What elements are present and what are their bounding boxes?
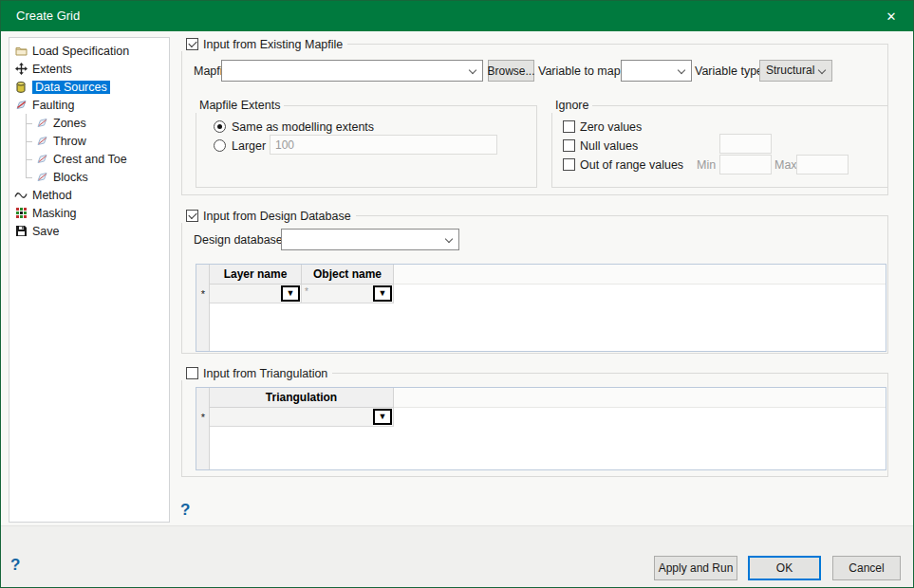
larger-by-input[interactable]: [270, 135, 497, 155]
cancel-button[interactable]: Cancel: [832, 556, 901, 580]
same-as-modelling-extents-radio[interactable]: [214, 120, 226, 133]
wave-icon: [14, 189, 28, 202]
null-values-checkbox[interactable]: [563, 139, 575, 152]
null-replacement-input[interactable]: [719, 134, 772, 154]
dropdown-triangle-icon: ▼: [379, 289, 387, 298]
triangulation-section-title: Input from Triangulation: [203, 367, 327, 380]
folder-icon: [14, 45, 28, 58]
header-filler: [394, 265, 886, 285]
mapfile-section-title: Input from Existing Mapfile: [203, 38, 343, 51]
sidebar-item-label: Crest and Toe: [53, 153, 127, 166]
sidebar-item-extents[interactable]: Extents: [9, 60, 169, 78]
sidebar-item-label: Blocks: [53, 171, 88, 184]
fault-icon: [35, 171, 48, 184]
larger-by-radio[interactable]: [214, 139, 226, 152]
same-as-modelling-extents-label: Same as modelling extents: [232, 119, 374, 135]
close-icon[interactable]: ✕: [869, 1, 913, 31]
mapfile-group-header: Input from Existing Mapfile: [181, 37, 347, 51]
grid-icon: [14, 207, 28, 220]
sidebar-tree: Load Specification Extents Data Sources …: [9, 37, 170, 523]
design-database-section-title: Input from Design Database: [203, 210, 351, 223]
faulting-children: Zones Throw Crest and Toe Blocks: [9, 114, 169, 186]
dropdown-triangle-icon: ▼: [287, 289, 295, 298]
variable-type-label: Variable type: [695, 64, 763, 79]
fault-icon: [35, 135, 48, 148]
sidebar-item-method[interactable]: Method: [9, 186, 169, 204]
sidebar-item-zones[interactable]: Zones: [9, 114, 169, 132]
triangulation-table: Triangulation * ▼: [196, 387, 886, 470]
triangulation-section-checkbox[interactable]: [186, 367, 198, 379]
mapfile-combobox[interactable]: [221, 60, 483, 82]
sidebar-item-label: Faulting: [32, 99, 74, 112]
max-label: Max: [774, 157, 797, 173]
variable-to-map-label: Variable to map: [538, 64, 621, 79]
mapfile-section-checkbox[interactable]: [186, 38, 198, 50]
sidebar-item-label: Data Sources: [32, 81, 110, 94]
chevron-down-icon: [818, 66, 826, 74]
move-icon: [14, 63, 28, 76]
layer-name-dropdown-button[interactable]: ▼: [281, 285, 300, 302]
variable-type-value: Structural: [766, 64, 814, 77]
design-database-combobox[interactable]: [281, 229, 459, 250]
chevron-down-icon: [445, 235, 453, 243]
mapfile-extents-title: Mapfile Extents: [196, 99, 284, 113]
null-values-label: Null values: [580, 138, 638, 154]
design-database-label: Design database: [194, 232, 283, 248]
min-label: Min: [697, 157, 716, 173]
fault-icon: [14, 99, 28, 112]
zero-values-checkbox[interactable]: [563, 120, 575, 133]
sidebar-item-load-specification[interactable]: Load Specification: [9, 42, 169, 60]
triangulation-dropdown-button[interactable]: ▼: [373, 409, 392, 425]
create-grid-dialog: Create Grid ✕ Load Specification Extents…: [0, 0, 914, 588]
out-of-range-values-checkbox[interactable]: [563, 158, 575, 171]
sidebar-item-blocks[interactable]: Blocks: [9, 168, 169, 186]
browse-button[interactable]: Browse...: [488, 60, 534, 82]
sidebar-item-label: Throw: [53, 135, 86, 148]
design-database-table: Layer name Object name * ▼ * ▼: [196, 264, 886, 352]
triangulation-group-header: Input from Triangulation: [181, 366, 332, 380]
window-title: Create Grid: [16, 1, 80, 31]
database-icon: [14, 81, 28, 94]
sidebar-item-label: Method: [32, 189, 72, 202]
object-name-cell[interactable]: * ▼: [302, 285, 394, 303]
layer-name-column-header: Layer name: [210, 265, 302, 285]
sidebar-item-label: Masking: [32, 207, 77, 220]
min-input[interactable]: [719, 155, 772, 175]
out-of-range-values-label: Out of range values: [580, 157, 683, 173]
object-name-cell-value: *: [305, 286, 308, 297]
new-row-marker: *: [196, 285, 210, 303]
sidebar-item-label: Extents: [32, 63, 72, 76]
object-name-dropdown-button[interactable]: ▼: [373, 285, 392, 302]
fault-icon: [35, 117, 48, 130]
chevron-down-icon: [469, 66, 476, 74]
variable-to-map-combobox[interactable]: [621, 60, 692, 82]
sidebar-item-throw[interactable]: Throw: [9, 132, 169, 150]
sidebar-item-crest-and-toe[interactable]: Crest and Toe: [9, 150, 169, 168]
sidebar-item-data-sources[interactable]: Data Sources: [9, 78, 169, 96]
variable-type-combobox[interactable]: Structural: [759, 60, 832, 82]
ignore-title: Ignore: [551, 99, 592, 113]
dropdown-triangle-icon: ▼: [379, 413, 387, 421]
object-name-column-header: Object name: [302, 265, 394, 285]
layer-name-cell[interactable]: ▼: [210, 285, 302, 303]
triangulation-cell[interactable]: ▼: [210, 408, 394, 427]
apply-and-run-button[interactable]: Apply and Run: [654, 556, 737, 580]
title-bar[interactable]: Create Grid ✕: [1, 1, 913, 31]
sidebar-item-label: Zones: [53, 117, 86, 130]
design-database-section-checkbox[interactable]: [186, 210, 198, 222]
new-row-marker: *: [196, 408, 210, 427]
sidebar-item-save[interactable]: Save: [9, 222, 169, 240]
max-input[interactable]: [796, 155, 849, 175]
help-icon[interactable]: ?: [180, 501, 190, 520]
zero-values-label: Zero values: [580, 119, 642, 135]
sidebar-item-label: Load Specification: [32, 45, 129, 58]
sidebar-item-masking[interactable]: Masking: [9, 204, 169, 222]
row-header-column: [196, 388, 210, 469]
row-header-column: [196, 265, 210, 351]
help-icon[interactable]: ?: [10, 556, 20, 575]
triangulation-column-header: Triangulation: [210, 388, 394, 408]
sidebar-item-faulting[interactable]: Faulting: [9, 96, 169, 114]
header-filler: [394, 388, 886, 408]
save-icon: [14, 225, 28, 238]
ok-button[interactable]: OK: [748, 556, 821, 580]
